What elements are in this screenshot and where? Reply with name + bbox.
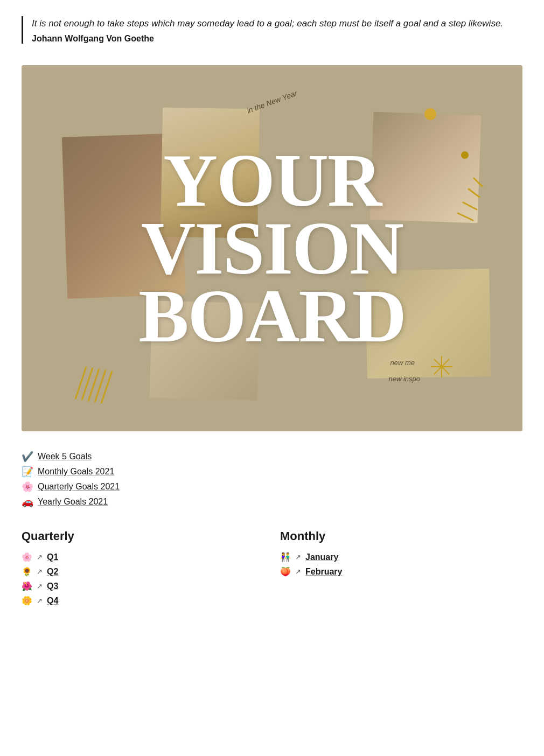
q1-link[interactable]: Q1 (47, 552, 58, 562)
deco-gold-star (431, 356, 452, 377)
vision-board: in the New Year YOUR VISION BOARD new me… (22, 65, 522, 431)
q2-link[interactable]: Q2 (47, 567, 58, 577)
february-arrow: ↗ (295, 568, 301, 576)
link-monthly[interactable]: Monthly Goals 2021 (38, 467, 114, 477)
link-item-monthly[interactable]: 📝 Monthly Goals 2021 (22, 466, 522, 478)
link-item-quarterly[interactable]: 🌸 Quarterly Goals 2021 (22, 481, 522, 493)
monthly-january[interactable]: 👫 ↗ January (280, 552, 522, 562)
link-emoji-yearly: 🚗 (22, 496, 33, 508)
svg-line-8 (458, 213, 473, 220)
deco-bottom-1: new me (390, 359, 415, 367)
link-item-week5[interactable]: ✔️ Week 5 Goals (22, 451, 522, 463)
deco-gold-dashes (452, 173, 485, 227)
q2-arrow: ↗ (37, 568, 43, 576)
january-link[interactable]: January (305, 552, 338, 562)
title-line2: VISION (138, 214, 406, 282)
february-link[interactable]: February (305, 567, 342, 577)
monthly-february[interactable]: 🍑 ↗ February (280, 566, 522, 577)
title-line1: YOUR (138, 146, 406, 214)
q3-emoji: 🌺 (22, 581, 32, 591)
vision-title: YOUR VISION BOARD (138, 146, 406, 350)
link-emoji-quarterly: 🌸 (22, 481, 33, 493)
quarterly-q4[interactable]: 🌼 ↗ Q4 (22, 596, 264, 606)
link-quarterly[interactable]: Quarterly Goals 2021 (38, 482, 120, 492)
quarterly-q2[interactable]: 🌻 ↗ Q2 (22, 566, 264, 577)
link-week5[interactable]: Week 5 Goals (38, 452, 92, 461)
january-emoji: 👫 (280, 552, 291, 562)
quote-author: Johann Wolfgang Von Goethe (32, 34, 522, 44)
q3-arrow: ↗ (37, 582, 43, 590)
deco-gold-lines (70, 361, 124, 404)
quote-text: It is not enough to take steps which may… (32, 16, 522, 31)
q1-arrow: ↗ (37, 553, 43, 561)
q4-arrow: ↗ (37, 597, 43, 605)
monthly-column: Monthly 👫 ↗ January 🍑 ↗ February (280, 529, 522, 610)
quarterly-q3[interactable]: 🌺 ↗ Q3 (22, 581, 264, 591)
quarterly-heading: Quarterly (22, 529, 264, 543)
links-section: ✔️ Week 5 Goals 📝 Monthly Goals 2021 🌸 Q… (22, 451, 522, 508)
link-item-yearly[interactable]: 🚗 Yearly Goals 2021 (22, 496, 522, 508)
q2-emoji: 🌻 (22, 566, 32, 577)
february-emoji: 🍑 (280, 566, 291, 577)
monthly-heading: Monthly (280, 529, 522, 543)
title-line3: BOARD (138, 282, 406, 350)
svg-line-6 (469, 189, 479, 197)
q4-link[interactable]: Q4 (47, 596, 58, 606)
svg-line-5 (474, 178, 482, 186)
quarterly-q1[interactable]: 🌸 ↗ Q1 (22, 552, 264, 562)
quote-block: It is not enough to take steps which may… (22, 16, 522, 44)
q3-link[interactable]: Q3 (47, 582, 58, 591)
january-arrow: ↗ (295, 553, 301, 561)
quarterly-column: Quarterly 🌸 ↗ Q1 🌻 ↗ Q2 🌺 ↗ Q3 🌼 ↗ Q4 (22, 529, 264, 610)
svg-line-7 (463, 202, 477, 209)
link-emoji-week5: ✔️ (22, 451, 33, 463)
deco-bottom-2: new inspo (388, 375, 420, 383)
q4-emoji: 🌼 (22, 596, 32, 606)
q1-emoji: 🌸 (22, 552, 32, 562)
link-emoji-monthly: 📝 (22, 466, 33, 478)
link-yearly[interactable]: Yearly Goals 2021 (38, 497, 108, 507)
goals-grid: Quarterly 🌸 ↗ Q1 🌻 ↗ Q2 🌺 ↗ Q3 🌼 ↗ Q4 Mo… (22, 529, 522, 610)
